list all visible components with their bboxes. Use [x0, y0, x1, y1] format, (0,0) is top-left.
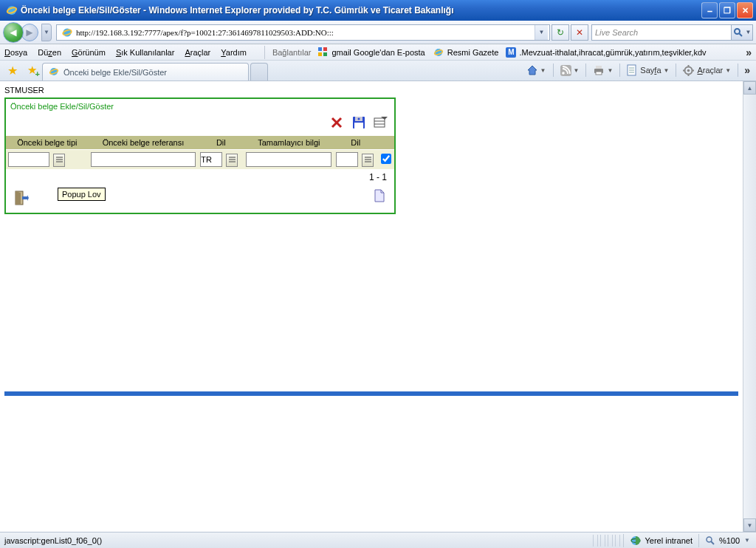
- url-input[interactable]: [76, 26, 535, 39]
- menu-bar: Dosya Düzen Görünüm Sık Kullanılanlar Ar…: [0, 44, 756, 61]
- menu-tools[interactable]: Araçlar: [185, 48, 210, 57]
- tab-label: Önceki belge Ekle/Sil/Göster: [63, 68, 167, 77]
- favlink-gazete[interactable]: Resmi Gazete: [433, 47, 499, 58]
- svg-point-15: [562, 72, 565, 75]
- ie-logo-icon: [6, 4, 18, 16]
- feeds-button[interactable]: ▼: [557, 63, 583, 78]
- address-bar[interactable]: ▼: [56, 24, 550, 41]
- cmdbar-overflow[interactable]: »: [741, 64, 753, 76]
- new-tab-button[interactable]: [250, 63, 268, 81]
- menu-favorites[interactable]: Sık Kullanılanlar: [116, 48, 175, 57]
- tab-active[interactable]: Önceki belge Ekle/Sil/Göster: [42, 63, 249, 81]
- tools-menu[interactable]: Araçlar▼: [680, 63, 734, 78]
- links-overflow[interactable]: »: [746, 47, 752, 58]
- google-icon: [317, 47, 329, 58]
- favlink-mevzuat[interactable]: M .Mevzuat-ithalat,ihracat,gümrük,yatırı…: [506, 47, 706, 58]
- stop-button[interactable]: ✕: [571, 24, 588, 41]
- nav-history-dropdown[interactable]: ▼: [41, 24, 52, 41]
- favorites-center-button[interactable]: ★: [6, 64, 19, 77]
- svg-rect-9: [323, 52, 327, 56]
- menu-help[interactable]: Yardım: [221, 48, 247, 57]
- m-icon: M: [506, 47, 516, 58]
- ie-page-icon: [433, 47, 444, 58]
- maximize-button[interactable]: ❐: [719, 2, 735, 18]
- search-placeholder: Live Search: [595, 28, 638, 37]
- search-box[interactable]: Live Search: [591, 24, 732, 41]
- refresh-button[interactable]: ↻: [551, 24, 569, 41]
- ie-page-icon: [49, 66, 59, 78]
- svg-point-24: [687, 69, 690, 72]
- svg-rect-8: [318, 52, 322, 56]
- tab-toolbar: ★ ★+ Önceki belge Ekle/Sil/Göster ▼ ▼ ▼ …: [0, 61, 756, 81]
- minimize-button[interactable]: ‒: [701, 2, 718, 18]
- links-label: Bağlantılar: [272, 48, 312, 57]
- window-title: Önceki belge Ekle/Sil/Göster - Windows I…: [21, 5, 454, 16]
- svg-rect-7: [323, 47, 327, 51]
- url-dropdown[interactable]: ▼: [535, 25, 548, 40]
- close-button[interactable]: ✕: [737, 2, 753, 18]
- svg-line-5: [739, 33, 742, 36]
- add-favorite-button[interactable]: ★+: [25, 64, 38, 77]
- svg-point-4: [735, 29, 740, 34]
- menu-view[interactable]: Görünüm: [72, 48, 106, 57]
- page-ie-icon: [61, 27, 73, 38]
- menu-edit[interactable]: Düzen: [38, 48, 61, 57]
- menu-file[interactable]: Dosya: [4, 48, 27, 57]
- favlink-gmail[interactable]: gmail Google'dan E-posta: [317, 47, 425, 58]
- svg-rect-17: [596, 66, 602, 69]
- svg-rect-6: [318, 47, 322, 51]
- nav-toolbar: ◄ ► ▼ ▼ ↻ ✕ Live Search ▼: [0, 21, 756, 44]
- print-button[interactable]: ▼: [590, 63, 616, 78]
- back-button[interactable]: ◄: [3, 22, 24, 43]
- home-button[interactable]: ▼: [523, 63, 549, 78]
- svg-rect-18: [596, 72, 602, 75]
- window-titlebar: Önceki belge Ekle/Sil/Göster - Windows I…: [0, 0, 756, 21]
- page-menu[interactable]: Sayfa▼: [624, 63, 672, 78]
- search-go-button[interactable]: ▼: [731, 24, 753, 41]
